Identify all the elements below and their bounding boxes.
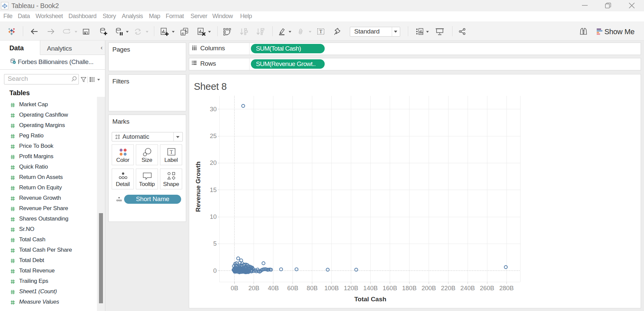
svg-text:100B: 100B (324, 285, 339, 292)
svg-text:0: 0 (213, 267, 217, 274)
svg-text:30: 30 (210, 106, 217, 113)
svg-text:40B: 40B (268, 285, 279, 292)
svg-text:Revenue Growth: Revenue Growth (195, 162, 202, 212)
svg-text:240B: 240B (461, 285, 475, 292)
svg-text:200B: 200B (422, 285, 436, 292)
svg-text:0B: 0B (231, 285, 238, 292)
svg-text:120B: 120B (344, 285, 358, 292)
svg-text:Total Cash: Total Cash (354, 296, 386, 303)
svg-text:20: 20 (210, 159, 217, 166)
svg-text:140B: 140B (363, 285, 378, 292)
svg-text:180B: 180B (402, 285, 417, 292)
svg-text:5: 5 (213, 240, 217, 247)
svg-text:220B: 220B (441, 285, 455, 292)
svg-text:260B: 260B (480, 285, 494, 292)
svg-text:10: 10 (210, 213, 217, 220)
svg-text:15: 15 (210, 186, 217, 193)
svg-text:60B: 60B (287, 285, 298, 292)
svg-text:20B: 20B (248, 285, 259, 292)
svg-text:280B: 280B (499, 285, 514, 292)
svg-text:80B: 80B (307, 285, 318, 292)
svg-text:160B: 160B (383, 285, 397, 292)
svg-text:25: 25 (210, 132, 217, 139)
